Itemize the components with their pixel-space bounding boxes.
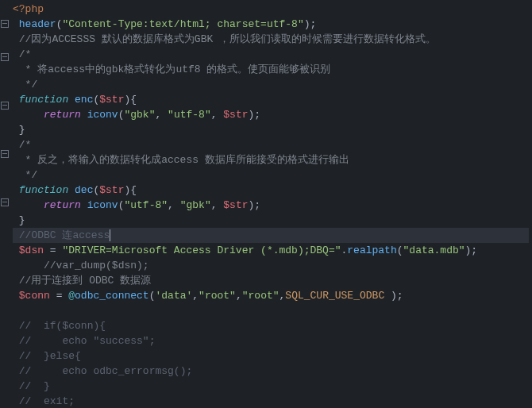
token-comment-gray: // exit;: [19, 395, 75, 407]
token-variable: $str: [99, 184, 124, 196]
token-punctuation: );: [384, 290, 403, 302]
code-editor[interactable]: <?php header("Content-Type:text/html; ch…: [0, 0, 532, 408]
token-punctuation: ,: [236, 290, 242, 302]
token-punctuation: );: [304, 18, 317, 30]
token-punctuation: }: [13, 124, 25, 136]
token-comment: * 反之，将输入的数据转化成access 数据库所能接受的格式进行输出: [13, 154, 349, 166]
token-string: "root": [199, 290, 236, 302]
token-punctuation: ,: [168, 199, 180, 211]
token-builtin-call: realpath: [347, 244, 396, 256]
code-line[interactable]: //用于连接到 ODBC 数据源: [13, 273, 529, 288]
token-string: "data.mdb": [403, 244, 465, 256]
token-string: "gbk": [180, 199, 211, 211]
fold-marker-icon[interactable]: [1, 198, 9, 206]
code-line[interactable]: // }: [13, 379, 529, 394]
code-line[interactable]: // exit;: [13, 394, 529, 408]
gutter-slot: [0, 349, 10, 364]
token-keyword-italic: function: [19, 184, 68, 196]
token-variable: $str: [99, 94, 124, 106]
token-punctuation: [13, 33, 19, 45]
fold-marker-icon[interactable]: [1, 150, 9, 158]
token-constant: SQL_CUR_USE_ODBC: [285, 290, 384, 302]
token-comment-gray: // echo "success";: [19, 335, 156, 347]
fold-marker-icon[interactable]: [1, 53, 9, 61]
token-builtin-call: odbc_connect: [75, 290, 149, 302]
gutter-slot: [0, 68, 10, 83]
token-comment-gray: //ODBC 连access: [19, 229, 110, 241]
fold-marker-icon[interactable]: [1, 102, 9, 110]
code-line[interactable]: // }else{: [13, 348, 529, 364]
code-line[interactable]: function dec($str){: [13, 183, 529, 198]
code-line[interactable]: //因为ACCESSS 默认的数据库格式为GBK ，所以我们读取的时候需要进行数…: [13, 32, 529, 47]
gutter-slot: [0, 395, 10, 408]
token-builtin-call: iconv: [87, 109, 118, 121]
gutter-slot: [0, 132, 10, 147]
gutter-slot: [0, 2, 10, 17]
token-punctuation: [13, 380, 19, 392]
gutter-slot: [0, 244, 10, 259]
token-punctuation: [13, 244, 19, 256]
code-line[interactable]: // echo "success";: [13, 333, 529, 348]
token-punctuation: [81, 199, 87, 211]
code-line[interactable]: }: [13, 122, 529, 137]
token-punctuation: [13, 94, 19, 106]
gutter-slot: [0, 364, 10, 379]
gutter-slot: [0, 53, 10, 68]
code-line[interactable]: // echo odbc_errormsg();: [13, 364, 529, 379]
token-punctuation: ){: [124, 184, 137, 196]
token-punctuation: }: [13, 214, 25, 226]
code-line[interactable]: /*: [13, 47, 529, 62]
token-punctuation: [13, 199, 44, 211]
code-line[interactable]: * 反之，将输入的数据转化成access 数据库所能接受的格式进行输出: [13, 152, 529, 167]
gutter-slot: [0, 180, 10, 195]
code-line[interactable]: // if($conn){: [13, 318, 529, 333]
token-comment: */: [13, 169, 37, 181]
token-punctuation: );: [249, 199, 261, 211]
token-punctuation: ,: [211, 199, 224, 211]
token-variable: $dsn: [19, 244, 44, 256]
token-string: "root": [242, 290, 279, 302]
token-punctuation: [13, 365, 19, 377]
fold-marker-icon[interactable]: [1, 20, 9, 28]
token-string: "gbk": [124, 109, 155, 121]
token-punctuation: [13, 275, 19, 287]
token-punctuation: [13, 229, 19, 241]
code-line[interactable]: //ODBC 连access: [13, 228, 529, 243]
token-punctuation: [13, 184, 19, 196]
code-line[interactable]: [13, 303, 529, 318]
gutter-slot: [0, 259, 10, 274]
token-comment-gray: // }else{: [19, 350, 81, 362]
code-line[interactable]: $conn = @odbc_connect('data',"root","roo…: [13, 288, 529, 303]
gutter-slot: [0, 214, 10, 229]
token-punctuation: ){: [124, 94, 137, 106]
code-line[interactable]: * 将access中的gbk格式转化为utf8 的格式。使页面能够被识别: [13, 62, 529, 77]
code-line[interactable]: /*: [13, 137, 529, 152]
gutter-slot: [0, 20, 10, 35]
token-string: "utf-8": [124, 199, 168, 211]
code-line[interactable]: */: [13, 167, 529, 183]
token-at-op: @: [68, 290, 75, 302]
token-comment: //用于连接到 ODBC 数据源: [19, 275, 151, 287]
token-punctuation: (: [397, 244, 403, 256]
token-punctuation: [13, 18, 19, 30]
code-line[interactable]: return iconv("utf-8", "gbk", $str);: [13, 198, 529, 213]
token-punctuation: [13, 320, 19, 332]
token-string: "utf-8": [168, 109, 211, 121]
code-line[interactable]: */: [13, 77, 529, 92]
gutter-slot: [0, 198, 10, 214]
code-line[interactable]: return iconv("gbk", "utf-8", $str);: [13, 107, 529, 122]
code-line[interactable]: <?php: [13, 2, 529, 17]
token-punctuation: [81, 109, 87, 121]
code-line[interactable]: header("Content-Type:text/html; charset=…: [13, 17, 529, 32]
gutter-slot: [0, 83, 10, 98]
token-comment: /*: [19, 139, 32, 151]
code-line[interactable]: $dsn = "DRIVER=Microsoft Access Driver (…: [13, 243, 529, 258]
token-punctuation: [13, 290, 19, 302]
code-line[interactable]: function enc($str){: [13, 92, 529, 107]
token-punctuation: );: [249, 109, 261, 121]
token-comment: */: [13, 79, 37, 90]
code-line[interactable]: //var_dump($dsn);: [13, 258, 529, 273]
code-area[interactable]: <?php header("Content-Type:text/html; ch…: [10, 0, 532, 408]
token-builtin-call: header: [19, 18, 56, 30]
code-line[interactable]: }: [13, 213, 529, 228]
